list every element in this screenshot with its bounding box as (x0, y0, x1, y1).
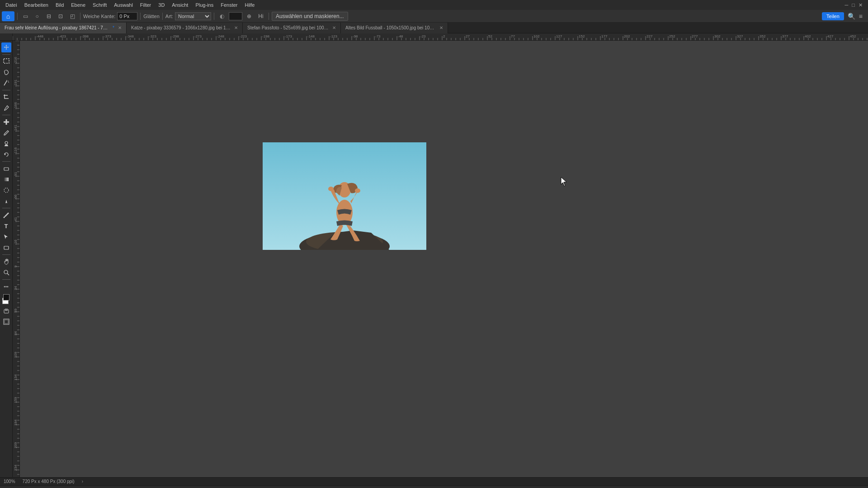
tool-more[interactable]: ••• (1, 282, 11, 291)
tool-crop[interactable] (1, 92, 11, 102)
close-icon[interactable]: ✕ (859, 2, 863, 8)
minimize-icon[interactable]: ─ (845, 2, 849, 8)
tool-sep-2 (2, 90, 10, 90)
selection-tool-rect[interactable]: ▭ (20, 11, 30, 21)
menu-auswahl[interactable]: Auswahl (110, 1, 137, 9)
auswahlen-button[interactable]: Auswählen und maskieren... (272, 12, 348, 21)
menu-schrift[interactable]: Schrift (89, 1, 110, 9)
zeitleiste-bar: Zeitleiste (0, 485, 868, 488)
canvas-area[interactable] (20, 41, 868, 477)
selection-tool-row[interactable]: ⊟ (44, 11, 54, 21)
selection-refine[interactable]: ◰ (67, 11, 77, 21)
tab-3-close[interactable]: ✕ (332, 25, 336, 30)
tool-mask[interactable] (1, 306, 11, 316)
menu-plugins[interactable]: Plug-ins (192, 1, 217, 9)
maximize-icon[interactable]: □ (852, 2, 855, 8)
svg-line-18 (7, 273, 9, 275)
tool-sep-3 (2, 115, 10, 115)
svg-point-31 (355, 188, 360, 193)
separator-1 (17, 13, 18, 20)
tool-healing[interactable] (1, 117, 11, 127)
svg-point-8 (5, 141, 8, 144)
tab-1[interactable]: Frau sehr kleine Auflösung - pixabay 186… (0, 23, 127, 33)
tool-sep-4 (2, 161, 10, 162)
add-mode[interactable]: ⊕ (244, 11, 254, 21)
ruler-row (0, 33, 868, 41)
menu-ebene[interactable]: Ebene (67, 1, 89, 9)
menu-ansicht[interactable]: Ansicht (168, 1, 192, 9)
tool-selection[interactable] (1, 56, 11, 66)
menu-bild[interactable]: Bild (52, 1, 67, 9)
svg-rect-9 (5, 145, 8, 145)
search-icon[interactable]: 🔍 (848, 13, 855, 20)
glaetten-label: Glätten (143, 14, 159, 19)
svg-rect-12 (4, 168, 9, 170)
weiche-kante-input[interactable] (117, 12, 137, 20)
tab-1-modified: * (113, 25, 114, 30)
svg-rect-13 (4, 178, 9, 181)
menu-hilfe[interactable]: Hilfe (241, 1, 258, 9)
tool-zoom[interactable] (1, 267, 11, 277)
tool-history-brush[interactable] (1, 150, 11, 160)
tool-brush[interactable] (1, 128, 11, 138)
tool-sep-7 (2, 279, 10, 280)
left-toolbar: T ••• (0, 41, 13, 477)
tool-path-select[interactable] (1, 232, 11, 242)
svg-line-3 (8, 81, 9, 81)
separator-2 (80, 13, 80, 20)
tab-4-close[interactable]: ✕ (439, 25, 443, 30)
ruler-horizontal (13, 33, 868, 41)
tab-1-close[interactable]: ✕ (118, 25, 122, 30)
tab-2-label: Katze - pixabay 3336579 - 1066x1280.jpg … (131, 25, 231, 30)
menu-3d[interactable]: 3D (155, 1, 168, 9)
selection-tool-ellipse[interactable]: ○ (32, 11, 42, 21)
tool-hand[interactable] (1, 257, 11, 267)
tool-eyedropper[interactable] (1, 103, 11, 113)
tool-blur[interactable] (1, 185, 11, 195)
subtract-mode[interactable]: Hi (256, 11, 266, 21)
svg-rect-16 (4, 246, 9, 249)
tool-move[interactable] (1, 42, 11, 52)
tool-dodge[interactable] (1, 196, 11, 206)
svg-point-15 (3, 217, 5, 218)
tool-eraser[interactable] (1, 164, 11, 174)
svg-point-14 (4, 188, 9, 192)
tab-2[interactable]: Katze - pixabay 3336579 - 1066x1280.jpg … (127, 23, 243, 33)
tab-1-label: Frau sehr kleine Auflösung - pixabay 186… (5, 25, 110, 30)
teilen-button[interactable]: Teilen (822, 12, 844, 20)
svg-point-17 (4, 270, 8, 274)
art-select[interactable]: Normal (175, 12, 211, 20)
status-arrow[interactable]: › (82, 479, 83, 484)
svg-point-30 (328, 187, 334, 191)
menu-datei[interactable]: Datei (2, 1, 21, 9)
menu-filter[interactable]: Filter (137, 1, 155, 9)
selection-tool-col[interactable]: ⊡ (56, 11, 66, 21)
tab-3[interactable]: Stefan Passfoto - 525x699.jpg bei 100% (… (243, 23, 341, 33)
tool-sep-6 (2, 254, 10, 255)
tool-stamp[interactable] (1, 139, 11, 149)
tab-2-close[interactable]: ✕ (234, 25, 238, 30)
home-icon: ⌂ (6, 13, 10, 20)
tool-gradient[interactable] (1, 174, 11, 184)
home-button[interactable]: ⌂ (2, 11, 14, 21)
menu-bearbeiten[interactable]: Bearbeiten (21, 1, 52, 9)
tab-4[interactable]: Altes Bild Fussball - 1050x1500.jpg bei … (341, 23, 448, 33)
tool-text[interactable]: T (1, 221, 11, 231)
tool-sep-5 (2, 208, 10, 208)
tool-shape[interactable] (1, 243, 11, 253)
opacity-icon: ◐ (217, 11, 227, 21)
svg-rect-22 (5, 320, 8, 324)
tool-magic-wand[interactable] (1, 78, 11, 88)
color-swatches[interactable] (1, 294, 11, 304)
cursor-arrow (560, 176, 569, 188)
tool-pen[interactable] (1, 210, 11, 220)
tool-lasso[interactable] (1, 67, 11, 77)
svg-rect-10 (5, 145, 8, 146)
tool-frames[interactable] (1, 317, 11, 327)
workspace-icon[interactable]: ≡ (859, 13, 863, 20)
opacity-input[interactable] (229, 12, 242, 20)
foreground-color-swatch[interactable] (3, 294, 9, 300)
main-layout: T ••• (0, 41, 868, 477)
menu-fenster[interactable]: Fenster (217, 1, 241, 9)
tool-sep-1 (2, 54, 10, 55)
